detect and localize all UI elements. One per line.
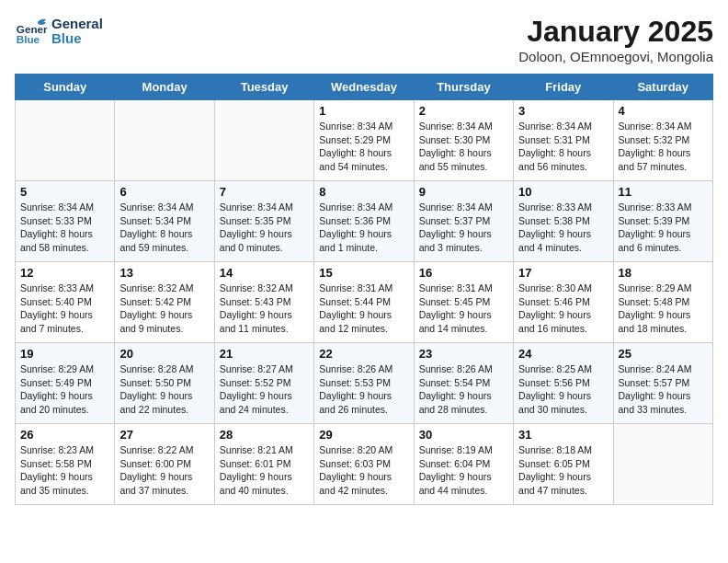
day-info: Sunrise: 8:33 AM Sunset: 5:38 PM Dayligh… — [518, 201, 608, 255]
calendar-cell: 29Sunrise: 8:20 AM Sunset: 6:03 PM Dayli… — [314, 424, 414, 505]
day-info: Sunrise: 8:24 AM Sunset: 5:57 PM Dayligh… — [619, 362, 708, 417]
calendar-cell: 30Sunrise: 8:19 AM Sunset: 6:04 PM Dayli… — [414, 424, 513, 505]
calendar-week-4: 19Sunrise: 8:29 AM Sunset: 5:49 PM Dayli… — [16, 343, 713, 424]
calendar-cell: 9Sunrise: 8:34 AM Sunset: 5:37 PM Daylig… — [414, 181, 513, 262]
calendar-cell: 28Sunrise: 8:21 AM Sunset: 6:01 PM Dayli… — [214, 424, 313, 505]
day-number: 3 — [518, 104, 608, 118]
logo-icon: General Blue — [15, 15, 48, 48]
day-number: 4 — [619, 104, 708, 118]
logo-blue-text: Blue — [51, 31, 103, 47]
title-block: January 2025 Doloon, OEmnoegovi, Mongoli… — [518, 15, 713, 64]
day-info: Sunrise: 8:34 AM Sunset: 5:31 PM Dayligh… — [518, 120, 608, 174]
calendar-cell: 24Sunrise: 8:25 AM Sunset: 5:56 PM Dayli… — [514, 343, 613, 424]
calendar-cell: 15Sunrise: 8:31 AM Sunset: 5:44 PM Dayli… — [314, 262, 414, 343]
calendar-cell: 12Sunrise: 8:33 AM Sunset: 5:40 PM Dayli… — [16, 262, 115, 343]
page-header: General Blue General Blue January 2025 D… — [15, 15, 713, 64]
calendar-cell: 18Sunrise: 8:29 AM Sunset: 5:48 PM Dayli… — [613, 262, 712, 343]
svg-text:Blue: Blue — [17, 33, 40, 45]
calendar-cell: 13Sunrise: 8:32 AM Sunset: 5:42 PM Dayli… — [115, 262, 214, 343]
day-info: Sunrise: 8:34 AM Sunset: 5:35 PM Dayligh… — [220, 201, 309, 255]
calendar-header-row: SundayMondayTuesdayWednesdayThursdayFrid… — [16, 75, 713, 100]
day-info: Sunrise: 8:26 AM Sunset: 5:53 PM Dayligh… — [319, 362, 408, 417]
day-info: Sunrise: 8:34 AM Sunset: 5:29 PM Dayligh… — [319, 120, 408, 174]
day-info: Sunrise: 8:22 AM Sunset: 6:00 PM Dayligh… — [119, 443, 209, 498]
day-number: 30 — [419, 428, 508, 442]
day-number: 10 — [518, 185, 608, 199]
day-info: Sunrise: 8:30 AM Sunset: 5:46 PM Dayligh… — [518, 282, 608, 336]
day-info: Sunrise: 8:27 AM Sunset: 5:52 PM Dayligh… — [220, 362, 309, 417]
day-number: 22 — [319, 347, 408, 361]
calendar-cell: 19Sunrise: 8:29 AM Sunset: 5:49 PM Dayli… — [16, 343, 115, 424]
logo: General Blue General Blue — [15, 15, 103, 48]
day-number: 12 — [20, 266, 109, 280]
day-number: 8 — [319, 185, 408, 199]
calendar-cell — [613, 424, 712, 505]
calendar-cell — [16, 100, 115, 181]
day-info: Sunrise: 8:34 AM Sunset: 5:36 PM Dayligh… — [319, 201, 408, 255]
calendar-cell: 23Sunrise: 8:26 AM Sunset: 5:54 PM Dayli… — [414, 343, 513, 424]
calendar-week-5: 26Sunrise: 8:23 AM Sunset: 5:58 PM Dayli… — [16, 424, 713, 505]
day-number: 27 — [119, 428, 209, 442]
day-header-friday: Friday — [514, 75, 613, 100]
calendar-cell: 1Sunrise: 8:34 AM Sunset: 5:29 PM Daylig… — [314, 100, 414, 181]
calendar-week-1: 1Sunrise: 8:34 AM Sunset: 5:29 PM Daylig… — [16, 100, 713, 181]
calendar-cell: 2Sunrise: 8:34 AM Sunset: 5:30 PM Daylig… — [414, 100, 513, 181]
day-info: Sunrise: 8:34 AM Sunset: 5:30 PM Dayligh… — [419, 120, 508, 174]
day-info: Sunrise: 8:21 AM Sunset: 6:01 PM Dayligh… — [220, 443, 309, 498]
calendar-week-3: 12Sunrise: 8:33 AM Sunset: 5:40 PM Dayli… — [16, 262, 713, 343]
day-number: 23 — [419, 347, 508, 361]
day-info: Sunrise: 8:34 AM Sunset: 5:33 PM Dayligh… — [20, 201, 109, 255]
calendar-cell: 16Sunrise: 8:31 AM Sunset: 5:45 PM Dayli… — [414, 262, 513, 343]
day-info: Sunrise: 8:28 AM Sunset: 5:50 PM Dayligh… — [119, 362, 209, 417]
day-number: 28 — [220, 428, 309, 442]
day-number: 9 — [419, 185, 508, 199]
day-header-wednesday: Wednesday — [314, 75, 414, 100]
day-header-saturday: Saturday — [613, 75, 712, 100]
calendar-cell: 17Sunrise: 8:30 AM Sunset: 5:46 PM Dayli… — [514, 262, 613, 343]
location-subtitle: Doloon, OEmnoegovi, Mongolia — [518, 49, 713, 64]
day-number: 13 — [119, 266, 209, 280]
day-number: 5 — [20, 185, 109, 199]
day-info: Sunrise: 8:33 AM Sunset: 5:39 PM Dayligh… — [619, 201, 708, 255]
calendar-cell: 6Sunrise: 8:34 AM Sunset: 5:34 PM Daylig… — [115, 181, 214, 262]
day-info: Sunrise: 8:20 AM Sunset: 6:03 PM Dayligh… — [319, 443, 408, 498]
day-number: 18 — [619, 266, 708, 280]
month-title: January 2025 — [518, 15, 713, 49]
day-number: 26 — [20, 428, 109, 442]
calendar-cell: 11Sunrise: 8:33 AM Sunset: 5:39 PM Dayli… — [613, 181, 712, 262]
calendar-cell: 4Sunrise: 8:34 AM Sunset: 5:32 PM Daylig… — [613, 100, 712, 181]
calendar-cell: 26Sunrise: 8:23 AM Sunset: 5:58 PM Dayli… — [16, 424, 115, 505]
calendar-cell — [214, 100, 313, 181]
day-number: 19 — [20, 347, 109, 361]
day-number: 21 — [220, 347, 309, 361]
day-header-thursday: Thursday — [414, 75, 513, 100]
calendar-cell: 10Sunrise: 8:33 AM Sunset: 5:38 PM Dayli… — [514, 181, 613, 262]
day-info: Sunrise: 8:34 AM Sunset: 5:34 PM Dayligh… — [119, 201, 209, 255]
calendar-cell: 8Sunrise: 8:34 AM Sunset: 5:36 PM Daylig… — [314, 181, 414, 262]
day-number: 29 — [319, 428, 408, 442]
day-number: 20 — [119, 347, 209, 361]
calendar-table: SundayMondayTuesdayWednesdayThursdayFrid… — [15, 74, 713, 505]
calendar-cell: 3Sunrise: 8:34 AM Sunset: 5:31 PM Daylig… — [514, 100, 613, 181]
day-header-tuesday: Tuesday — [214, 75, 313, 100]
day-header-monday: Monday — [115, 75, 214, 100]
calendar-cell: 25Sunrise: 8:24 AM Sunset: 5:57 PM Dayli… — [613, 343, 712, 424]
day-number: 1 — [319, 104, 408, 118]
calendar-cell: 27Sunrise: 8:22 AM Sunset: 6:00 PM Dayli… — [115, 424, 214, 505]
day-number: 14 — [220, 266, 309, 280]
calendar-cell: 22Sunrise: 8:26 AM Sunset: 5:53 PM Dayli… — [314, 343, 414, 424]
day-info: Sunrise: 8:33 AM Sunset: 5:40 PM Dayligh… — [20, 282, 109, 336]
day-number: 7 — [220, 185, 309, 199]
calendar-cell: 31Sunrise: 8:18 AM Sunset: 6:05 PM Dayli… — [514, 424, 613, 505]
calendar-cell: 7Sunrise: 8:34 AM Sunset: 5:35 PM Daylig… — [214, 181, 313, 262]
calendar-cell: 14Sunrise: 8:32 AM Sunset: 5:43 PM Dayli… — [214, 262, 313, 343]
day-info: Sunrise: 8:25 AM Sunset: 5:56 PM Dayligh… — [518, 362, 608, 417]
day-info: Sunrise: 8:34 AM Sunset: 5:32 PM Dayligh… — [619, 120, 708, 174]
day-info: Sunrise: 8:18 AM Sunset: 6:05 PM Dayligh… — [518, 443, 608, 498]
day-info: Sunrise: 8:29 AM Sunset: 5:48 PM Dayligh… — [619, 282, 708, 336]
day-number: 25 — [619, 347, 708, 361]
day-info: Sunrise: 8:19 AM Sunset: 6:04 PM Dayligh… — [419, 443, 508, 498]
day-number: 31 — [518, 428, 608, 442]
calendar-cell: 20Sunrise: 8:28 AM Sunset: 5:50 PM Dayli… — [115, 343, 214, 424]
day-info: Sunrise: 8:32 AM Sunset: 5:42 PM Dayligh… — [119, 282, 209, 336]
